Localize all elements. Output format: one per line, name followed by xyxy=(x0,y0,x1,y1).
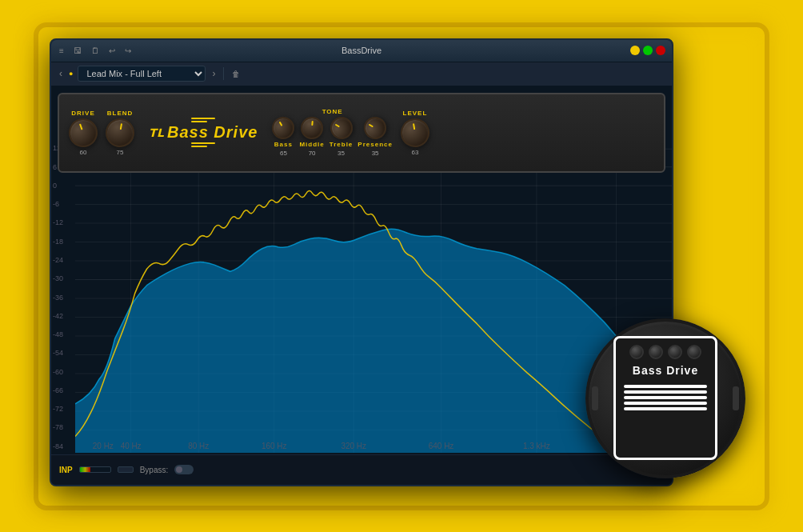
badge-line-2 xyxy=(624,390,707,394)
bypass-label: Bypass: xyxy=(140,466,169,474)
badge-pedal: Bass Drive xyxy=(613,336,717,460)
bypass-toggle[interactable] xyxy=(174,465,194,474)
drive-value: 60 xyxy=(80,149,87,156)
middle-group: Middle 70 xyxy=(299,117,324,157)
badge-knob-2 xyxy=(649,345,663,359)
spectrum-svg: 20 Hz 40 Hz 80 Hz 160 Hz 320 Hz 640 Hz 1… xyxy=(75,142,672,453)
treble-group: Treble 35 xyxy=(330,117,354,157)
badge-line-1 xyxy=(624,385,707,388)
badge-knobs-row xyxy=(629,345,701,359)
treble-label: Treble xyxy=(330,141,354,148)
badge-side-right xyxy=(733,386,739,410)
db-axis: 12 6 0 -6 -12 -18 -24 -30 -36 -42 -48 -5… xyxy=(51,142,74,453)
middle-label: Middle xyxy=(299,141,324,148)
drive-group: DRIVE 60 xyxy=(69,110,98,156)
db-n18: -18 xyxy=(53,238,63,246)
title-bar-left: ≡ 🖫 🗒 ↩ ↪ xyxy=(58,45,133,57)
blend-label: BLEND xyxy=(107,110,134,117)
badge-line-5 xyxy=(624,407,707,410)
db-n30: -30 xyxy=(53,274,63,282)
db-n66: -66 xyxy=(53,386,63,394)
middle-knob[interactable] xyxy=(300,116,324,140)
db-n48: -48 xyxy=(53,330,63,338)
svg-text:20 Hz: 20 Hz xyxy=(93,441,114,450)
badge-lines xyxy=(621,382,710,414)
redo-icon[interactable]: ↪ xyxy=(123,45,133,57)
input-meter xyxy=(79,466,111,473)
drive-label: DRIVE xyxy=(71,110,94,117)
level-knob[interactable] xyxy=(398,116,432,150)
logo-line-bottom3 xyxy=(191,146,207,147)
db-n84: -84 xyxy=(53,442,63,450)
db-n6: -6 xyxy=(53,200,59,208)
badge-line-3 xyxy=(624,396,707,399)
prev-preset-button[interactable]: ‹ xyxy=(58,66,64,81)
badge-name: Bass Drive xyxy=(633,364,698,377)
blend-value: 75 xyxy=(117,149,124,156)
close-button[interactable] xyxy=(656,46,665,55)
presence-label: Presence xyxy=(358,141,393,148)
svg-text:160 Hz: 160 Hz xyxy=(262,441,286,450)
delete-preset-icon[interactable]: 🗑 xyxy=(230,68,242,80)
inp-label: INP xyxy=(59,466,73,474)
maximize-button[interactable] xyxy=(643,46,653,55)
db-n60: -60 xyxy=(53,368,63,376)
save-as-icon[interactable]: 🗒 xyxy=(90,45,101,57)
bass-label: Bass xyxy=(274,141,293,148)
tone-knobs: Bass 65 Middle 70 Treble 35 xyxy=(272,117,393,157)
bottom-bar: INP Bypass: xyxy=(51,454,672,485)
db-n78: -78 xyxy=(53,423,63,431)
db-n12: -12 xyxy=(53,218,63,226)
treble-knob[interactable] xyxy=(326,113,356,143)
tone-section: TONE Bass 65 Middle 70 Treble xyxy=(272,108,393,157)
blend-group: BLEND 75 xyxy=(106,110,134,156)
treble-value: 35 xyxy=(338,150,345,157)
save-icon[interactable]: 🖫 xyxy=(72,45,83,57)
plugin-logo: 𝗧𝗟 Bass Drive xyxy=(149,118,258,147)
badge-knob-3 xyxy=(668,345,682,359)
preset-select[interactable]: Lead Mix - Full Left xyxy=(78,66,206,82)
db-0: 0 xyxy=(53,182,57,190)
svg-text:320 Hz: 320 Hz xyxy=(341,441,366,450)
middle-value: 70 xyxy=(309,150,316,157)
blend-knob[interactable] xyxy=(103,116,137,150)
minimize-button[interactable] xyxy=(630,46,640,55)
active-indicator: ● xyxy=(69,70,73,78)
logo-line-bottom xyxy=(191,121,207,122)
svg-text:640 Hz: 640 Hz xyxy=(429,441,453,450)
badge-circle: Bass Drive xyxy=(585,318,745,478)
svg-text:1.3 kHz: 1.3 kHz xyxy=(523,441,550,450)
presence-knob[interactable] xyxy=(360,113,390,143)
next-preset-button[interactable]: › xyxy=(210,66,217,81)
toolbar: ‹ ● Lead Mix - Full Left › 🗑 xyxy=(51,62,672,86)
svg-text:80 Hz: 80 Hz xyxy=(188,441,209,450)
bass-group: Bass 65 xyxy=(272,117,294,157)
logo-line-top xyxy=(191,118,215,119)
plugin-window: ≡ 🖫 🗒 ↩ ↪ BassDrive ‹ ● Lead Mix - Full … xyxy=(50,38,673,486)
level-group: LEVEL 63 xyxy=(401,110,429,156)
db-n72: -72 xyxy=(53,405,63,413)
db-6: 6 xyxy=(53,163,57,171)
main-container: ≡ 🖫 🗒 ↩ ↪ BassDrive ‹ ● Lead Mix - Full … xyxy=(34,22,769,510)
title-bar: ≡ 🖫 🗒 ↩ ↪ BassDrive xyxy=(51,40,672,62)
badge-knob-1 xyxy=(629,345,644,359)
spectrum-area: 12 6 0 -6 -12 -18 -24 -30 -36 -42 -48 -5… xyxy=(51,142,672,453)
menu-icon[interactable]: ≡ xyxy=(58,45,66,57)
undo-icon[interactable]: ↩ xyxy=(107,45,117,57)
window-controls xyxy=(630,46,665,55)
bass-value: 65 xyxy=(280,150,287,157)
window-title: BassDrive xyxy=(342,46,382,55)
badge-side-left xyxy=(592,386,598,410)
db-n36: -36 xyxy=(53,294,63,302)
badge-knob-4 xyxy=(687,345,701,359)
svg-text:40 Hz: 40 Hz xyxy=(121,441,142,450)
separator xyxy=(223,67,224,80)
bass-knob[interactable] xyxy=(268,113,298,143)
output-meter xyxy=(118,466,134,473)
tone-label: TONE xyxy=(322,108,343,115)
presence-group: Presence 35 xyxy=(358,117,393,157)
db-n42: -42 xyxy=(53,312,63,320)
drive-knob[interactable] xyxy=(65,114,102,150)
badge-line-4 xyxy=(624,402,707,405)
plugin-panel: DRIVE 60 BLEND 75 𝗧𝗟 xyxy=(58,93,665,173)
